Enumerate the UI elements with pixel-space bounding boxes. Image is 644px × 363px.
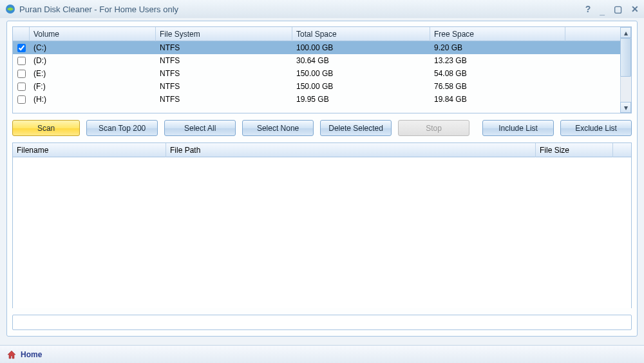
volume-scrollbar[interactable]: ▴ ▾ (620, 27, 631, 113)
exclude-list-button[interactable]: Exclude List (560, 120, 632, 136)
main-container: Volume File System Total Space Free Spac… (6, 21, 638, 337)
volume-checkbox[interactable] (17, 70, 26, 78)
button-bar: Scan Scan Top 200 Select All Select None… (12, 119, 632, 137)
scroll-up-icon[interactable]: ▴ (620, 27, 631, 38)
volume-checkbox[interactable] (17, 57, 26, 65)
results-header-row: Filename File Path File Size (13, 143, 631, 157)
scan-top-button[interactable]: Scan Top 200 (86, 120, 158, 136)
footer: Home (0, 345, 644, 363)
volume-cell-free: 76.58 GB (430, 82, 565, 91)
select-all-button[interactable]: Select All (164, 120, 236, 136)
volume-cell-free: 19.84 GB (430, 95, 565, 104)
select-none-button[interactable]: Select None (242, 120, 314, 136)
volume-cell-total: 30.64 GB (292, 56, 430, 65)
volume-table: Volume File System Total Space Free Spac… (13, 27, 620, 113)
volume-row[interactable]: (C:)NTFS100.00 GB9.20 GB (13, 41, 620, 54)
close-icon[interactable]: ✕ (631, 5, 639, 14)
results-header-filepath[interactable]: File Path (166, 143, 536, 157)
title-bar: Puran Disk Cleaner - For Home Users only… (0, 0, 644, 18)
volume-cell-free: 9.20 GB (430, 43, 565, 52)
volume-cell-name: (F:) (30, 82, 156, 91)
volume-cell-fs: NTFS (156, 43, 292, 52)
app-icon (5, 4, 15, 14)
volume-header-filesystem[interactable]: File System (156, 27, 292, 41)
volume-cell-fs: NTFS (156, 82, 292, 91)
scan-button[interactable]: Scan (12, 120, 80, 136)
volume-checkbox[interactable] (17, 95, 26, 104)
results-table: Filename File Path File Size (13, 143, 631, 308)
volume-cell-name: (E:) (30, 69, 156, 78)
volume-cell-fs: NTFS (156, 95, 292, 104)
volume-cell-fs: NTFS (156, 56, 292, 65)
volume-header-volume[interactable]: Volume (30, 27, 156, 41)
volume-cell-name: (C:) (30, 43, 156, 52)
volume-header-total[interactable]: Total Space (292, 27, 430, 41)
volume-row[interactable]: (H:)NTFS19.95 GB19.84 GB (13, 93, 620, 106)
include-list-button[interactable]: Include List (482, 120, 554, 136)
home-icon[interactable] (6, 349, 17, 360)
status-bar (12, 315, 632, 330)
volume-cell-fs: NTFS (156, 69, 292, 78)
results-header-filename[interactable]: Filename (13, 143, 166, 157)
volume-cell-total: 100.00 GB (292, 43, 430, 52)
volume-cell-free: 54.08 GB (430, 69, 565, 78)
volume-checkbox[interactable] (17, 44, 26, 52)
volume-cell-total: 150.00 GB (292, 69, 430, 78)
volume-checkbox[interactable] (17, 83, 26, 91)
minimize-icon[interactable]: _ (600, 6, 605, 15)
volume-header-free[interactable]: Free Space (430, 27, 565, 41)
volume-header-row: Volume File System Total Space Free Spac… (13, 27, 620, 41)
window-controls: ? _ ▢ ✕ (585, 5, 639, 14)
volume-panel: Volume File System Total Space Free Spac… (12, 26, 632, 113)
scroll-down-icon[interactable]: ▾ (620, 102, 631, 113)
results-header-filesize[interactable]: File Size (536, 143, 613, 157)
scroll-thumb[interactable] (620, 38, 631, 77)
stop-button: Stop (398, 120, 469, 136)
volume-cell-free: 13.23 GB (430, 56, 565, 65)
maximize-icon[interactable]: ▢ (614, 5, 622, 14)
results-panel: Filename File Path File Size (12, 142, 632, 308)
volume-row[interactable]: (D:)NTFS30.64 GB13.23 GB (13, 54, 620, 67)
window-title: Puran Disk Cleaner - For Home Users only (19, 5, 585, 14)
volume-cell-name: (H:) (30, 95, 156, 104)
volume-cell-total: 19.95 GB (292, 95, 430, 104)
volume-cell-total: 150.00 GB (292, 82, 430, 91)
delete-selected-button[interactable]: Delete Selected (320, 120, 392, 136)
volume-row[interactable]: (E:)NTFS150.00 GB54.08 GB (13, 67, 620, 80)
volume-header-checkbox (13, 27, 30, 41)
volume-cell-name: (D:) (30, 56, 156, 65)
results-body (13, 157, 631, 308)
help-icon[interactable]: ? (585, 5, 591, 14)
home-link[interactable]: Home (21, 350, 42, 359)
volume-row[interactable]: (F:)NTFS150.00 GB76.58 GB (13, 80, 620, 93)
